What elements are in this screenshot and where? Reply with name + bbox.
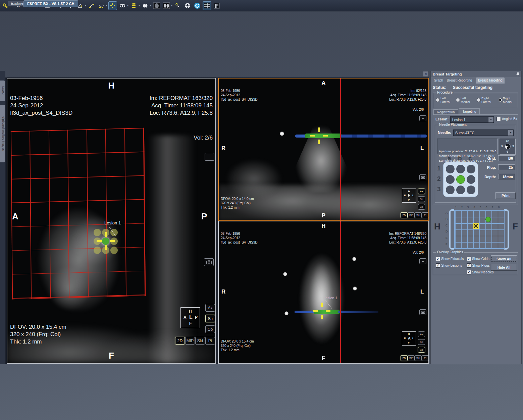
print-button[interactable]: Print (495, 192, 516, 199)
chevron-down-icon[interactable]: ▼ (488, 117, 493, 122)
tab-breast-targeting[interactable]: Breast Targeting (476, 77, 505, 84)
snapshot-button[interactable] (419, 309, 426, 315)
show-plugs-checkbox[interactable]: ✓ (467, 263, 471, 268)
mode-mip-button[interactable]: MIP (408, 212, 415, 218)
mode-mip-button[interactable]: MIP (185, 337, 195, 345)
plug-b2-selected[interactable] (456, 175, 465, 184)
radio-left-medial[interactable] (456, 98, 460, 102)
procedure-group: Procedure LeftLateral LeftMedial RightLa… (433, 93, 518, 108)
show-plugs-label: Show Plugs (472, 264, 490, 267)
lesion-label: Lesion: (435, 117, 449, 121)
mode-2d-button[interactable]: 2D (401, 212, 408, 218)
angled-bx-label: Angled Bx (502, 117, 517, 121)
tab-graph[interactable]: Graph (432, 77, 445, 84)
mode-pt-button[interactable]: Pt (205, 337, 215, 345)
mode-sld-button[interactable]: Sld (415, 212, 422, 218)
chevron-down-icon[interactable]: ▼ (508, 130, 513, 136)
needle-placement-group: Needle Placement Needle: Suros ATEC▼ Ape… (435, 125, 516, 203)
plug-c3[interactable] (467, 186, 475, 194)
orientation-cube: A R F L P (402, 189, 416, 203)
plane-co-button[interactable]: Co (418, 204, 425, 210)
grid-bracket-right (504, 209, 509, 250)
plane-sa-button[interactable]: Sa (418, 196, 425, 202)
lesion-dropdown[interactable]: Lesion 1▼ (450, 116, 494, 123)
collapse-button[interactable]: − (419, 115, 426, 121)
radio-right-lateral[interactable] (477, 98, 481, 102)
show-lesions-checkbox[interactable]: ✓ (436, 263, 440, 268)
radio-left-lateral[interactable] (436, 98, 440, 102)
fiducial-marker (352, 257, 356, 261)
status-value: Successful targeting (453, 85, 492, 90)
collapse-button[interactable]: − (205, 153, 214, 161)
plane-co-button[interactable]: Co (205, 325, 215, 333)
plug-b3[interactable] (456, 186, 465, 194)
dfov-text: DFOV: 20.0 x 14.0 cm320 x 240 (Frq: Col)… (221, 188, 254, 218)
needle-blue-right (341, 135, 427, 138)
mri-breast-art (293, 242, 350, 356)
lesion-label: Lesion 1 (323, 296, 337, 300)
grid-label: Grid: (475, 156, 496, 160)
viewport-axial[interactable]: 03-Feb-195624-Sep-2012fl3d_ax_post_S4_DI… (218, 78, 429, 221)
tab-registration[interactable]: Registration (433, 109, 458, 115)
mode-2d-button[interactable]: 2D (175, 337, 185, 345)
plug-a1[interactable] (446, 165, 455, 173)
breast-targeting-panel: Breast Targeting Graph Breast Reporting … (430, 71, 522, 364)
plug-a2[interactable] (446, 175, 455, 184)
show-fiducials-checkbox[interactable]: ✓ (436, 257, 440, 261)
depth-value-field: 18mm (498, 174, 515, 179)
collapse-button[interactable]: − (419, 258, 426, 264)
orientation-cube: H A L P F (180, 307, 200, 328)
plug-a3[interactable] (446, 186, 455, 194)
close-panel-button[interactable]: × (423, 71, 429, 77)
radio-right-medial[interactable] (498, 98, 502, 102)
localizer-grid-overlay (11, 128, 146, 299)
snapshot-button[interactable] (419, 174, 426, 180)
fiducial-marker (284, 311, 289, 315)
show-all-button[interactable]: Show All (491, 255, 517, 262)
viewport-sagittal[interactable]: Lesion 1 03-Feb-195624-Sep-2012fl3d_ax_p… (7, 78, 216, 364)
grid-orientation-left: H (434, 221, 440, 232)
mode-2d-button[interactable]: 2D (401, 355, 408, 361)
mode-mip-button[interactable]: MIP (408, 355, 415, 361)
needle-blue-left (295, 311, 315, 313)
plug-b1[interactable] (456, 165, 465, 173)
plug-c1[interactable] (467, 165, 475, 173)
grid-lines (454, 210, 505, 249)
status-label: Status: (433, 85, 447, 90)
tab-breast-reporting[interactable]: Breast Reporting (445, 77, 474, 84)
viewport-coronal[interactable]: Lesion 1 03-Feb-195624-Sep-2012fl3d_ax_p… (218, 221, 429, 364)
tab-study[interactable]: ESPREE BX - VS 1.5T 2 CH (23, 0, 78, 7)
show-lesions-label: Show Lesions (441, 264, 462, 267)
orientation-top: A (219, 80, 428, 87)
mode-pt-button[interactable]: Pt (422, 212, 429, 218)
plug-grid-selector (443, 162, 478, 197)
pin-icon[interactable] (516, 72, 520, 76)
snapshot-button[interactable] (204, 258, 214, 266)
orientation-left: R (221, 145, 225, 152)
vertical-tab-clipboard[interactable]: clipboard and key images (0, 105, 5, 162)
plane-ax-button[interactable]: Ax (418, 331, 425, 337)
volume-indicator: Vol: 2/6 (194, 134, 213, 142)
plane-co-button[interactable]: Co (418, 347, 425, 353)
angled-bx-checkbox[interactable] (496, 117, 501, 121)
tab-targeting[interactable]: Targeting (459, 108, 480, 115)
plane-ax-button[interactable]: Ax (418, 189, 425, 194)
plane-sa-button[interactable]: Sa (205, 315, 215, 322)
clock-position-widget[interactable]: 12 9 3 6 (500, 139, 516, 155)
reference-line (340, 78, 341, 220)
plane-sa-button[interactable]: Sa (418, 339, 425, 345)
overlay-graphics-group: Overlay Graphics ✓ Show Fiducials ✓ Show… (433, 252, 518, 275)
vertical-tab-layout[interactable]: Layout (0, 81, 5, 101)
orientation-top: H (219, 223, 428, 229)
mode-sld-button[interactable]: Sld (415, 355, 422, 361)
needle-dropdown[interactable]: Suros ATEC▼ (453, 129, 514, 136)
hide-all-button[interactable]: Hide All (491, 264, 517, 271)
orientation-left: A (12, 211, 18, 222)
show-grids-checkbox[interactable]: ✓ (467, 257, 471, 261)
mode-sld-button[interactable]: Sld (195, 337, 205, 345)
mode-pt-button[interactable]: Pt (422, 355, 429, 361)
clock-face-icon (505, 144, 511, 149)
show-needles-checkbox[interactable]: ✓ (467, 270, 471, 274)
document-tab-bar: Explorer ESPREE BX - VS 1.5T 2 CH (0, 0, 523, 7)
plane-ax-button[interactable]: Ax (205, 304, 215, 312)
